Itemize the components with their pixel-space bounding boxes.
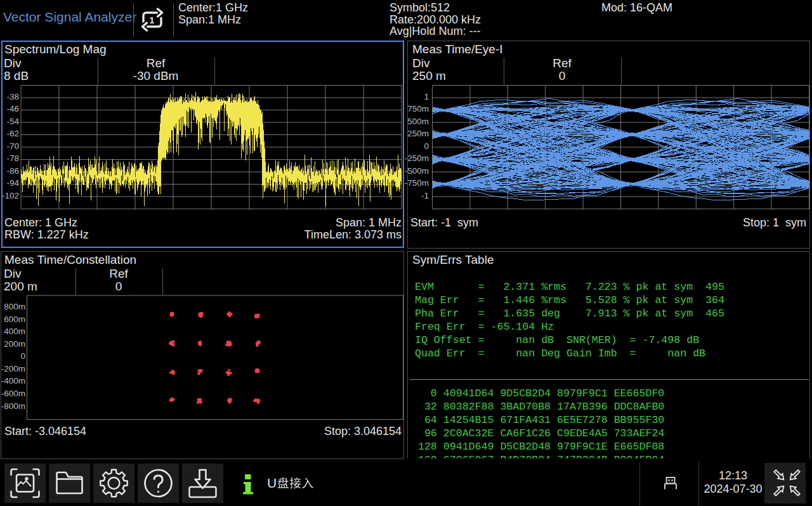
svg-text:U: U (267, 476, 277, 490)
